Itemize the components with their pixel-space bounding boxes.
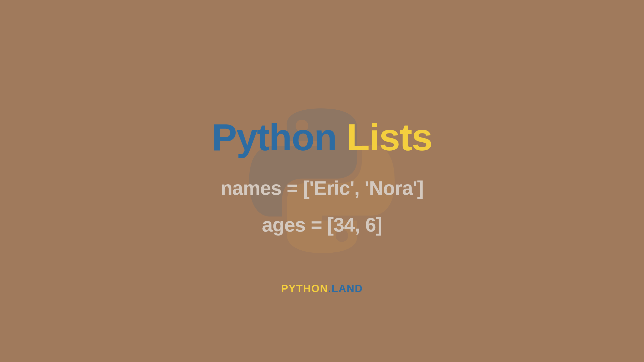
title-word-python: Python	[212, 116, 337, 158]
title-word-lists: Lists	[347, 116, 432, 158]
code-example-1: names = ['Eric', 'Nora']	[221, 177, 424, 200]
footer-land-text: LAND	[332, 283, 363, 294]
graphic-container: Python Lists names = ['Eric', 'Nora'] ag…	[129, 52, 515, 310]
content-area: Python Lists names = ['Eric', 'Nora'] ag…	[129, 126, 515, 236]
code-example-2: ages = [34, 6]	[262, 213, 382, 236]
footer-python-text: PYTHON	[281, 283, 328, 294]
footer-dot: .	[328, 283, 332, 294]
main-title: Python Lists	[212, 116, 432, 159]
footer-branding: PYTHON.LAND	[281, 283, 363, 295]
